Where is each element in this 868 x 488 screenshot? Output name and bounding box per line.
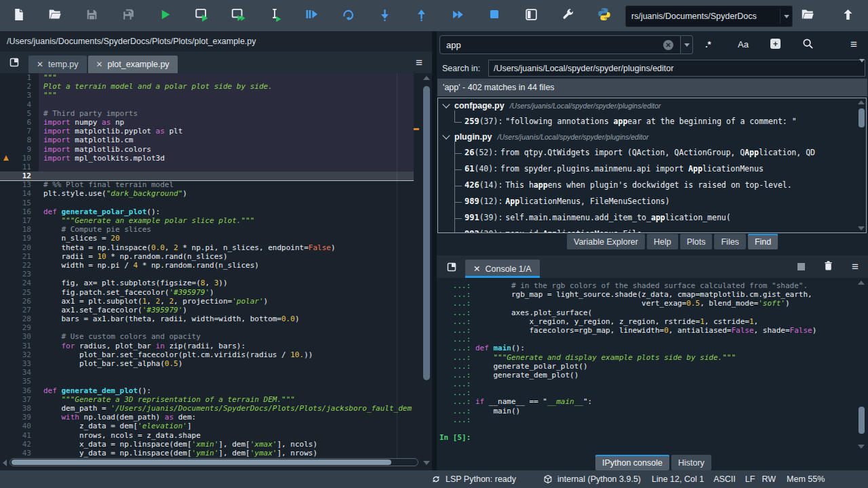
console-line[interactable]: ...: bbox=[439, 335, 816, 344]
line-number[interactable]: 6 bbox=[0, 118, 39, 127]
step-into-button[interactable] bbox=[366, 0, 403, 31]
console-line[interactable]: ...: facecolors=rgb_map, linewidth=0, an… bbox=[439, 326, 816, 335]
console-line[interactable]: ...: def main(): bbox=[439, 344, 816, 352]
search-in-dropdown[interactable] bbox=[859, 62, 865, 75]
line-number[interactable]: 15 bbox=[0, 199, 39, 207]
editor-line-36[interactable]: 36def generate_dem_plot(): bbox=[0, 386, 414, 395]
python-env-button[interactable] bbox=[586, 0, 623, 31]
scrollbar-thumb[interactable] bbox=[859, 407, 865, 434]
line-number[interactable]: 12 bbox=[0, 171, 39, 180]
status-rw[interactable]: RW bbox=[762, 474, 776, 484]
editor-line-15[interactable]: 15 bbox=[0, 199, 414, 207]
debug-continue-button[interactable] bbox=[330, 0, 366, 31]
parent-directory-button[interactable] bbox=[841, 0, 855, 31]
result-match-row[interactable]: 61 (40): from spyder.plugins.mainmenu.ap… bbox=[438, 161, 866, 177]
editor-line-6[interactable]: 6import numpy as np bbox=[0, 118, 414, 127]
console-scrollbar[interactable] bbox=[857, 281, 866, 449]
line-number[interactable]: 38 bbox=[0, 404, 39, 413]
tab-variable-explorer[interactable]: Variable Explorer bbox=[567, 234, 645, 249]
result-match-row[interactable]: 989 (12): ApplicationMenus, FileMenuSect… bbox=[438, 193, 866, 209]
line-number[interactable]: 37 bbox=[0, 395, 39, 404]
run-selection-button[interactable] bbox=[256, 0, 293, 31]
code-editor[interactable]: 1"""2Plot a terrain model and a polar pl… bbox=[0, 73, 432, 468]
scroll-down-icon[interactable] bbox=[858, 445, 865, 449]
console-line[interactable]: ...: axes.plot_surface( bbox=[439, 308, 816, 317]
editor-line-21[interactable]: 21 radii = 10 * np.random.rand(n_slices) bbox=[0, 252, 414, 261]
status-internal-python-3-9-5-[interactable]: internal (Python 3.9.5) bbox=[543, 474, 641, 484]
browse-working-directory-button[interactable] bbox=[800, 0, 815, 31]
line-number[interactable]: 33 bbox=[0, 359, 39, 368]
search-in-combobox[interactable]: /Users/juanis/Local/spyder/spyder/plugin… bbox=[488, 60, 865, 77]
close-icon[interactable]: ✕ bbox=[96, 60, 103, 69]
editor-line-19[interactable]: 19 n_slices = 20 bbox=[0, 234, 414, 243]
search-input[interactable] bbox=[439, 35, 681, 54]
maximize-pane-button[interactable] bbox=[513, 0, 549, 31]
scroll-left-icon[interactable] bbox=[3, 460, 7, 466]
scrollbar-thumb[interactable] bbox=[12, 460, 391, 465]
editor-line-37[interactable]: 37 """Generate a 3D reprisentation of a … bbox=[0, 395, 414, 404]
editor-line-2[interactable]: 2Plot a terrain model and a polar plot s… bbox=[0, 82, 414, 91]
line-number[interactable]: 8 bbox=[0, 136, 39, 144]
line-number[interactable]: 1 bbox=[0, 73, 39, 82]
ipython-console[interactable]: ...: # in the rgb colors of the shaded s… bbox=[437, 278, 868, 453]
console-line[interactable]: ...: """Generate and display example plo… bbox=[439, 353, 816, 362]
scroll-down-icon[interactable] bbox=[858, 226, 865, 230]
chevron-down-icon[interactable] bbox=[442, 100, 450, 108]
console-line[interactable]: ...: main() bbox=[439, 407, 816, 415]
editor-line-34[interactable]: 34 bbox=[0, 368, 414, 377]
line-number[interactable]: 20 bbox=[0, 243, 39, 252]
tab-files[interactable]: Files bbox=[714, 234, 745, 249]
line-number[interactable]: 17 bbox=[0, 216, 39, 225]
editor-options-menu-icon[interactable]: ≡ bbox=[416, 57, 422, 68]
editor-line-4[interactable]: 4 bbox=[0, 100, 414, 109]
tab-help[interactable]: Help bbox=[647, 234, 678, 249]
result-file-row[interactable]: plugin.py/Users/juanis/Local/spyder/spyd… bbox=[438, 129, 866, 144]
editor-line-40[interactable]: 40 z_data = dem['elevation'] bbox=[0, 422, 414, 430]
line-number[interactable]: 3 bbox=[0, 91, 39, 100]
line-number[interactable]: 24 bbox=[0, 279, 39, 287]
line-number[interactable]: 42 bbox=[0, 440, 39, 449]
editor-line-1[interactable]: 1""" bbox=[0, 73, 414, 82]
scroll-up-icon[interactable] bbox=[858, 281, 865, 285]
line-number[interactable]: 23 bbox=[0, 270, 39, 279]
editor-line-18[interactable]: 18 # Compute pie slices bbox=[0, 225, 414, 234]
editor-line-33[interactable]: 33 plot_bar.set_alpha(0.5) bbox=[0, 359, 414, 368]
line-number[interactable]: 40 bbox=[0, 422, 39, 430]
line-number[interactable]: 26 bbox=[0, 297, 39, 306]
scrollbar-thumb[interactable] bbox=[859, 108, 865, 127]
scrollbar-thumb[interactable] bbox=[423, 86, 430, 380]
tab-history[interactable]: History bbox=[671, 455, 711, 470]
console-line[interactable]: ...: bbox=[439, 380, 816, 388]
result-match-row[interactable]: 26 (52): from qtpy.QtWidgets import (QAc… bbox=[438, 144, 866, 161]
status-mem-55-[interactable]: Mem 55% bbox=[787, 474, 825, 484]
preferences-button[interactable] bbox=[549, 0, 586, 31]
line-number[interactable]: 14 bbox=[0, 189, 39, 198]
line-number[interactable]: 22 bbox=[0, 261, 39, 270]
interrupt-kernel-icon[interactable] bbox=[797, 263, 805, 270]
tab-find[interactable]: Find bbox=[748, 234, 778, 249]
editor-line-32[interactable]: 32 plot_bar.set_facecolor(plt.cm.viridis… bbox=[0, 350, 414, 359]
pane-icon[interactable] bbox=[9, 57, 20, 68]
editor-horizontal-scrollbar[interactable] bbox=[0, 458, 432, 468]
console-tab[interactable]: ✕ Console 1/A bbox=[465, 260, 540, 278]
editor-line-16[interactable]: 16def generate_polar_plot(): bbox=[0, 207, 414, 216]
editor-line-5[interactable]: 5# Third party imports bbox=[0, 109, 414, 118]
working-directory-dropdown[interactable] bbox=[781, 6, 792, 26]
scroll-up-icon[interactable] bbox=[858, 100, 865, 104]
editor-line-13[interactable]: 13# %% Plot final terrain model bbox=[0, 180, 414, 189]
search-history-dropdown[interactable] bbox=[681, 35, 693, 54]
editor-line-9[interactable]: 9import matplotlib.colors bbox=[0, 145, 414, 154]
line-number[interactable]: 25 bbox=[0, 288, 39, 297]
chevron-down-icon[interactable] bbox=[442, 131, 450, 139]
tab-ipython-console[interactable]: IPython console bbox=[595, 455, 669, 470]
line-number[interactable]: 39 bbox=[0, 413, 39, 422]
working-directory-combobox[interactable]: rs/juanis/Documents/SpyderDocs bbox=[625, 5, 793, 27]
remove-variables-icon[interactable] bbox=[823, 260, 834, 274]
editor-line-41[interactable]: 41 nrows, ncols = z_data.shape bbox=[0, 431, 414, 440]
console-line[interactable]: ...: rgb_map = light_source.shade(z_data… bbox=[439, 290, 816, 299]
open-file-button[interactable] bbox=[37, 0, 73, 31]
editor-line-30[interactable]: 30 # Use custom colors and opacity bbox=[0, 332, 414, 341]
pane-icon[interactable] bbox=[446, 262, 457, 272]
tab-plots[interactable]: Plots bbox=[680, 234, 713, 249]
line-number[interactable]: 16 bbox=[0, 207, 39, 216]
